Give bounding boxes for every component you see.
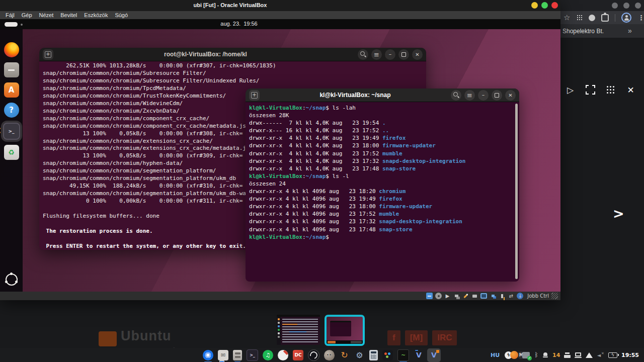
menu-file[interactable]: Fájl xyxy=(2,12,18,18)
terminal-headerbar[interactable]: kl@kl-VirtualBox: ~/snap xyxy=(246,88,519,102)
matrix-link[interactable]: [M] xyxy=(405,330,428,345)
bookmark-overflow-chevron[interactable]: » xyxy=(628,27,632,35)
menu-machine[interactable]: Gép xyxy=(18,12,36,18)
footer-social-links: f[M]IRC xyxy=(387,330,457,345)
settings-icon[interactable]: ⚙ xyxy=(354,350,365,360)
menu-tools[interactable]: Eszközök xyxy=(80,12,111,18)
bluetooth-icon[interactable]: ᛒ xyxy=(534,350,539,360)
facebook-link[interactable]: f xyxy=(387,330,400,345)
clipboard-status-icon[interactable]: ⇄ xyxy=(508,293,514,299)
guest-clock[interactable]: aug. 23. 19:56 xyxy=(206,21,272,27)
window-preview-terminal[interactable] xyxy=(277,315,320,345)
wifi-icon[interactable] xyxy=(586,352,593,358)
file-manager-icon[interactable] xyxy=(233,350,242,360)
new-tab-icon[interactable] xyxy=(43,49,53,60)
calculator-icon[interactable] xyxy=(369,350,378,360)
battery-icon[interactable] xyxy=(608,352,617,358)
minimize-icon[interactable] xyxy=(478,90,489,101)
maximize-button[interactable] xyxy=(541,2,548,9)
close-button[interactable] xyxy=(551,2,558,9)
search-icon[interactable] xyxy=(451,90,461,101)
close-icon[interactable] xyxy=(412,49,423,60)
close-icon[interactable] xyxy=(505,90,516,101)
terminal-line: drwxr-xr-x 4 kl kl 4096 aug 23 17:48 sna… xyxy=(249,226,465,233)
window-preview-vm-selected[interactable] xyxy=(325,315,365,346)
keyboard-layout-indicator[interactable]: HU xyxy=(491,350,500,360)
search-icon[interactable] xyxy=(358,49,368,60)
chromium-icon[interactable] xyxy=(203,350,213,360)
play-icon[interactable]: ▷ xyxy=(565,84,576,96)
display-status-icon[interactable] xyxy=(480,293,487,299)
obs-icon[interactable] xyxy=(308,349,319,361)
terminal-line: összesen 24 xyxy=(249,180,465,188)
browser-maximize-button[interactable] xyxy=(623,3,629,9)
notifications-bell-icon[interactable] xyxy=(543,352,548,358)
extensions-puzzle-icon[interactable] xyxy=(601,14,609,22)
browser-minimize-button[interactable] xyxy=(612,3,618,9)
scrollbar[interactable] xyxy=(515,104,518,279)
workspace-dot[interactable] xyxy=(21,24,23,26)
irc-link[interactable]: IRC xyxy=(432,330,457,345)
browser-menu-icon[interactable]: ⋮ xyxy=(637,14,644,22)
volume-muted-icon[interactable]: ◄ xyxy=(597,350,604,360)
grid-icon[interactable] xyxy=(605,84,616,96)
maximize-icon[interactable] xyxy=(492,90,502,101)
ubuntu-site-logo[interactable] xyxy=(99,331,117,346)
minimize-button[interactable] xyxy=(531,2,538,9)
optical-status-icon[interactable] xyxy=(435,293,442,299)
sync-icon[interactable]: ↻ xyxy=(339,350,350,360)
virtualbox-icon[interactable]: V xyxy=(414,350,424,360)
fullscreen-icon[interactable] xyxy=(585,84,596,96)
ubuntu-logo-icon[interactable] xyxy=(6,274,18,286)
hdd-status-icon[interactable] xyxy=(426,293,433,299)
close-icon[interactable]: ✕ xyxy=(625,84,636,96)
firefox-launcher-icon[interactable] xyxy=(4,42,19,57)
app-center-launcher-icon[interactable]: A xyxy=(4,82,19,98)
trash-launcher-icon[interactable]: ♻ xyxy=(4,145,19,160)
network-status-icon[interactable] xyxy=(453,293,460,299)
profile-avatar-icon[interactable] xyxy=(621,13,631,23)
mail-icon[interactable] xyxy=(218,350,228,360)
maximize-icon[interactable] xyxy=(398,49,409,60)
carousel-next-icon[interactable]: > xyxy=(613,206,624,221)
mumble-icon[interactable] xyxy=(278,350,288,360)
adblock-extension-icon[interactable] xyxy=(589,15,595,21)
software-update-tray-icon[interactable] xyxy=(522,352,530,358)
gimp-icon[interactable] xyxy=(324,350,335,360)
minimize-icon[interactable] xyxy=(385,49,395,60)
virtualbox-window: ubi [Fut] - Oracle VirtualBox FájlGépNéz… xyxy=(0,0,560,300)
printer-icon[interactable] xyxy=(564,352,571,358)
display-tray-icon[interactable] xyxy=(575,352,582,358)
recording-status-icon[interactable] xyxy=(462,293,469,299)
updater-tray-icon[interactable] xyxy=(510,351,518,359)
virtualbox-active-icon[interactable]: V xyxy=(429,350,439,360)
help-launcher-icon[interactable]: ? xyxy=(4,103,19,118)
double-commander-icon[interactable]: DC xyxy=(293,350,303,360)
terminal-line: snap/chromium/common/chromium/Subresourc… xyxy=(43,70,276,77)
bookmark-item[interactable]: Shopelektro Bt. xyxy=(562,28,604,35)
terminal-icon[interactable]: >_ xyxy=(247,349,258,361)
seamless-status-icon[interactable] xyxy=(490,293,496,299)
system-monitor-icon[interactable]: ~ xyxy=(397,349,409,361)
bookmark-star-icon[interactable]: ☆ xyxy=(564,13,570,22)
terminal-launcher-icon[interactable]: >_ xyxy=(3,123,20,140)
qr-code-extension-icon[interactable] xyxy=(576,15,583,21)
menu-help[interactable]: Súgó xyxy=(111,12,131,18)
terminal-headerbar[interactable]: root@kl-VirtualBox: /home/kl xyxy=(39,48,426,61)
shared-folders-status-icon[interactable] xyxy=(471,293,478,299)
guest-additions-status-icon[interactable]: ↓ xyxy=(517,293,523,299)
usb-status-icon[interactable] xyxy=(499,293,505,299)
menu-icon[interactable] xyxy=(464,90,475,101)
menu-view[interactable]: Nézet xyxy=(36,12,57,18)
new-tab-icon[interactable] xyxy=(249,90,260,101)
resize-grip[interactable] xyxy=(551,293,558,299)
audio-status-icon[interactable]: ◀ xyxy=(444,293,451,299)
davinci-resolve-icon[interactable] xyxy=(382,350,393,360)
menu-input[interactable]: Bevitel xyxy=(57,12,80,18)
browser-close-button[interactable] xyxy=(635,3,641,9)
menu-icon[interactable] xyxy=(371,49,382,60)
workspace-indicator[interactable] xyxy=(5,22,18,27)
spotify-icon[interactable]: ♫ xyxy=(263,350,273,360)
files-launcher-icon[interactable] xyxy=(4,62,19,77)
virtualbox-titlebar[interactable]: ubi [Fut] - Oracle VirtualBox xyxy=(0,0,560,11)
